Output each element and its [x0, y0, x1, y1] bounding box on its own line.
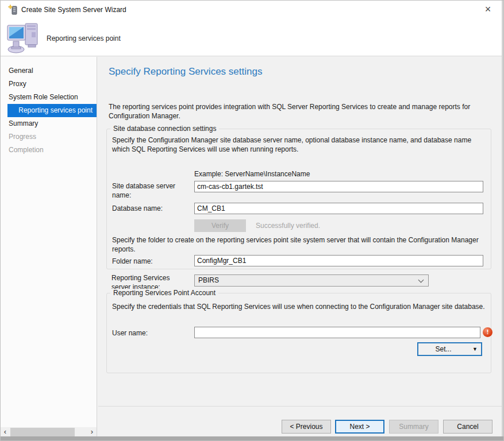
group-title: Site database connection settings	[110, 125, 219, 133]
server-name-example: Example: ServerName\InstanceName	[194, 170, 310, 178]
group-reporting-services-point-account: Reporting Services Point Account Specify…	[106, 293, 491, 373]
summary-button: Summary	[389, 420, 438, 434]
verify-button: Verify	[194, 219, 246, 232]
wizard-window: Create Site System Server Wizard × Repor…	[0, 0, 504, 441]
nav-item-summary[interactable]: Summary	[1, 117, 97, 130]
database-name-label: Database name:	[112, 204, 190, 214]
server-name-label: Site database server name:	[112, 182, 190, 200]
page-title: Specify Reporting Services settings	[109, 66, 262, 78]
window-right-edge	[502, 1, 503, 441]
db-group-description: Specify the Configuration Manager site d…	[112, 136, 481, 154]
next-button[interactable]: Next >	[335, 420, 384, 434]
group-title: Reporting Services Point Account	[110, 289, 218, 297]
folder-name-input[interactable]	[194, 255, 483, 266]
cancel-button[interactable]: Cancel	[443, 420, 493, 434]
folder-description: Specify the folder to create on the repo…	[112, 236, 487, 254]
page-intro-text: The reporting services point provides in…	[109, 103, 497, 121]
title-bar: Create Site System Server Wizard ×	[1, 1, 504, 19]
banner-title: Reporting services point	[47, 34, 121, 42]
set-button-label: Set...	[418, 345, 468, 353]
sidebar-horizontal-scrollbar[interactable]: ‹ ›	[1, 427, 97, 437]
nav-item-completion: Completion	[1, 144, 97, 157]
set-account-button[interactable]: Set... ▼	[417, 342, 482, 356]
folder-name-label: Folder name:	[112, 257, 190, 266]
chevron-down-icon	[418, 277, 424, 283]
wizard-nav-sidebar: General Proxy System Role Selection Repo…	[1, 57, 97, 438]
scroll-right-icon[interactable]: ›	[87, 427, 97, 437]
instance-selected-value: PBIRS	[198, 275, 219, 286]
footer-divider	[98, 406, 503, 407]
nav-item-reporting-services-point[interactable]: Reporting services point	[7, 104, 97, 117]
nav-item-general[interactable]: General	[1, 64, 97, 78]
group-site-database-connection: Site database connection settings Specif…	[106, 129, 491, 269]
scroll-left-icon[interactable]: ‹	[1, 427, 10, 437]
username-label: User name:	[112, 329, 190, 338]
close-icon[interactable]: ×	[476, 1, 500, 19]
nav-item-proxy[interactable]: Proxy	[1, 78, 97, 91]
database-name-input[interactable]	[194, 203, 483, 214]
wizard-app-icon	[8, 5, 18, 15]
reporting-services-instance-select[interactable]: PBIRS	[194, 274, 429, 287]
nav-item-system-role-selection[interactable]: System Role Selection	[1, 91, 97, 104]
nav-item-progress: Progress	[1, 130, 97, 144]
computer-icon	[6, 21, 42, 56]
dropdown-arrow-icon: ▼	[472, 346, 478, 352]
verify-status-text: Successfully verified.	[256, 222, 320, 230]
previous-button[interactable]: < Previous	[282, 420, 331, 434]
error-icon: !	[483, 327, 493, 337]
username-input[interactable]	[194, 327, 480, 338]
site-database-server-input[interactable]	[194, 181, 483, 192]
window-title: Create Site System Server Wizard	[21, 1, 126, 19]
scrollbar-thumb[interactable]	[10, 428, 75, 436]
window-bottom-edge	[1, 436, 504, 440]
wizard-banner: Reporting services point	[1, 19, 504, 56]
account-group-description: Specify the credentials that SQL Reporti…	[112, 303, 486, 312]
wizard-page-content: Specify Reporting Services settings The …	[97, 57, 504, 438]
